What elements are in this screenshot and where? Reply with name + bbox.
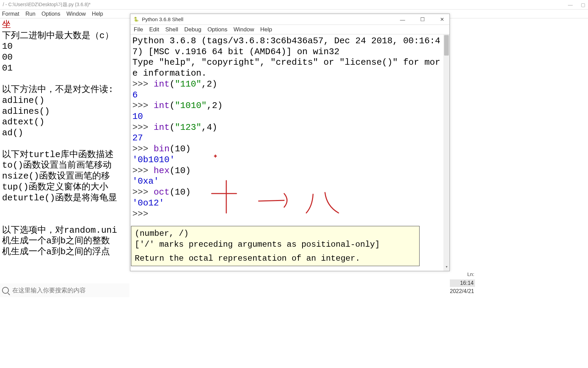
shell-menu-edit[interactable]: Edit: [149, 26, 159, 33]
editor-menu-format[interactable]: Format: [2, 11, 19, 17]
scrollbar-down-icon[interactable]: ▾: [443, 265, 450, 270]
shell-menu-file[interactable]: File: [134, 26, 143, 33]
shell-body: Python 3.6.8 (tags/v3.6.8:3c6b436a57, De…: [130, 34, 450, 271]
editor-titlebar: / - C:\Users\EDZ\Desktop\习题.py (3.6.8)* …: [0, 0, 588, 10]
shell-output-line: 27: [132, 133, 441, 144]
editor-menu-window[interactable]: Window: [66, 11, 86, 17]
shell-input-line[interactable]: >>> int("1010",2): [132, 101, 441, 111]
editor-window-controls: — ▢: [568, 0, 585, 10]
shell-input-line[interactable]: >>> int("123",4): [132, 122, 441, 133]
shell-menu-options[interactable]: Options: [208, 26, 228, 33]
shell-menu-shell[interactable]: Shell: [165, 26, 178, 33]
shell-titlebar: 🐍 Python 3.6.8 Shell — ☐ ✕: [130, 14, 450, 25]
minimize-icon[interactable]: —: [397, 17, 408, 22]
maximize-icon[interactable]: ☐: [417, 16, 428, 22]
shell-output-line: '0b1010': [132, 155, 441, 166]
shell-title: Python 3.6.8 Shell: [142, 16, 183, 22]
editor-menu-help[interactable]: Help: [92, 11, 103, 17]
editor-menu-options[interactable]: Options: [42, 11, 60, 17]
shell-content[interactable]: Python 3.6.8 (tags/v3.6.8:3c6b436a57, De…: [130, 34, 443, 271]
system-clock-time: 16:14: [450, 279, 475, 287]
shell-menu-debug[interactable]: Debug: [184, 26, 201, 33]
shell-menu-window[interactable]: Window: [233, 26, 254, 33]
editor-menu-run[interactable]: Run: [26, 11, 35, 17]
editor-status-ln: Ln:: [451, 271, 474, 277]
tooltip-doc: Return the octal representation of an in…: [135, 253, 416, 264]
editor-title: / - C:\Users\EDZ\Desktop\习题.py (3.6.8)*: [3, 2, 91, 8]
close-icon[interactable]: ✕: [437, 16, 447, 22]
shell-input-line[interactable]: >>> int("110",2): [132, 79, 441, 90]
tooltip-signature: (number, /): [135, 228, 416, 239]
shell-banner-line1: Python 3.6.8 (tags/v3.6.8:3c6b436a57, De…: [132, 36, 441, 57]
calltip-tooltip: (number, /) ['/' marks preceding argumen…: [131, 226, 420, 266]
minimize-icon[interactable]: —: [568, 2, 573, 7]
shell-menubar[interactable]: FileEditShellDebugOptionsWindowHelp: [130, 25, 450, 34]
shell-input-line[interactable]: >>> oct(10): [132, 187, 441, 198]
shell-window: 🐍 Python 3.6.8 Shell — ☐ ✕ FileEditShell…: [130, 14, 450, 271]
system-clock-date: 2022/4/21: [450, 288, 474, 294]
shell-window-controls: — ☐ ✕: [397, 14, 447, 25]
taskbar-search-input[interactable]: [12, 287, 114, 294]
shell-output-line: 6: [132, 90, 441, 101]
shell-input-line[interactable]: >>> hex(10): [132, 166, 441, 177]
shell-scrollbar[interactable]: ▾: [443, 34, 450, 271]
shell-banner-line2: Type "help", "copyright", "credits" or "…: [132, 57, 441, 79]
taskbar: [0, 283, 129, 297]
shell-output-line: '0xa': [132, 176, 441, 187]
python-icon: 🐍: [133, 16, 139, 22]
shell-prompt[interactable]: >>>: [132, 209, 148, 219]
shell-input-line[interactable]: >>> bin(10): [132, 144, 441, 155]
scrollbar-thumb[interactable]: [444, 35, 449, 56]
search-icon[interactable]: [2, 287, 9, 294]
shell-menu-help[interactable]: Help: [260, 26, 272, 33]
maximize-icon[interactable]: ▢: [581, 2, 585, 7]
shell-output-line: 10: [132, 111, 441, 122]
shell-output-line: '0o12': [132, 198, 441, 209]
tooltip-note: ['/' marks preceding arguments as positi…: [135, 239, 416, 250]
